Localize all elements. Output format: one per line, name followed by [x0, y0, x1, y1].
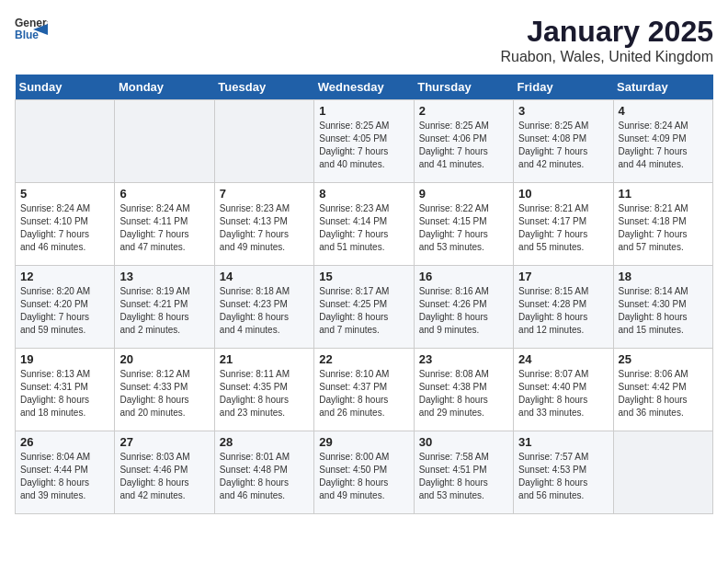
week-row-5: 26Sunrise: 8:04 AM Sunset: 4:44 PM Dayli…: [16, 431, 713, 514]
calendar-cell: 14Sunrise: 8:18 AM Sunset: 4:23 PM Dayli…: [214, 266, 313, 349]
calendar-cell: 27Sunrise: 8:03 AM Sunset: 4:46 PM Dayli…: [115, 431, 214, 514]
day-info: Sunrise: 8:00 AM Sunset: 4:50 PM Dayligh…: [319, 451, 408, 502]
day-number: 23: [419, 352, 508, 366]
calendar-cell: 22Sunrise: 8:10 AM Sunset: 4:37 PM Dayli…: [314, 349, 414, 431]
calendar-cell: [16, 100, 115, 183]
calendar-cell: 19Sunrise: 8:13 AM Sunset: 4:31 PM Dayli…: [16, 349, 115, 431]
day-number: 19: [20, 352, 109, 366]
title-area: January 2025 Ruabon, Wales, United Kingd…: [500, 15, 713, 65]
day-info: Sunrise: 8:25 AM Sunset: 4:05 PM Dayligh…: [319, 120, 408, 171]
day-number: 11: [619, 187, 708, 201]
week-row-2: 5Sunrise: 8:24 AM Sunset: 4:10 PM Daylig…: [16, 183, 713, 266]
header-day-tuesday: Tuesday: [214, 75, 313, 100]
day-info: Sunrise: 8:21 AM Sunset: 4:18 PM Dayligh…: [619, 202, 708, 254]
calendar-cell: 9Sunrise: 8:22 AM Sunset: 4:15 PM Daylig…: [414, 183, 513, 266]
calendar-cell: 25Sunrise: 8:06 AM Sunset: 4:42 PM Dayli…: [613, 349, 712, 431]
day-info: Sunrise: 8:23 AM Sunset: 4:13 PM Dayligh…: [220, 202, 309, 254]
calendar-cell: 4Sunrise: 8:24 AM Sunset: 4:09 PM Daylig…: [613, 100, 712, 183]
week-row-4: 19Sunrise: 8:13 AM Sunset: 4:31 PM Dayli…: [16, 349, 713, 431]
day-number: 21: [220, 352, 309, 366]
day-info: Sunrise: 8:24 AM Sunset: 4:09 PM Dayligh…: [619, 120, 708, 171]
day-info: Sunrise: 8:10 AM Sunset: 4:37 PM Dayligh…: [319, 368, 408, 419]
calendar-subtitle: Ruabon, Wales, United Kingdom: [500, 49, 713, 65]
day-info: Sunrise: 8:04 AM Sunset: 4:44 PM Dayligh…: [20, 451, 109, 502]
day-info: Sunrise: 8:12 AM Sunset: 4:33 PM Dayligh…: [119, 368, 209, 419]
day-info: Sunrise: 8:07 AM Sunset: 4:40 PM Dayligh…: [518, 368, 608, 419]
day-info: Sunrise: 8:23 AM Sunset: 4:14 PM Dayligh…: [319, 202, 408, 254]
day-number: 22: [319, 352, 408, 366]
header-day-friday: Friday: [514, 75, 613, 100]
day-info: Sunrise: 8:18 AM Sunset: 4:23 PM Dayligh…: [220, 285, 309, 337]
calendar-cell: 18Sunrise: 8:14 AM Sunset: 4:30 PM Dayli…: [613, 266, 712, 349]
day-info: Sunrise: 8:13 AM Sunset: 4:31 PM Dayligh…: [20, 368, 109, 419]
day-info: Sunrise: 8:14 AM Sunset: 4:30 PM Dayligh…: [619, 285, 708, 337]
calendar-cell: 28Sunrise: 8:01 AM Sunset: 4:48 PM Dayli…: [214, 431, 313, 514]
day-number: 2: [419, 104, 508, 118]
calendar-cell: 13Sunrise: 8:19 AM Sunset: 4:21 PM Dayli…: [115, 266, 214, 349]
day-info: Sunrise: 7:58 AM Sunset: 4:51 PM Dayligh…: [419, 451, 508, 502]
day-info: Sunrise: 8:24 AM Sunset: 4:11 PM Dayligh…: [119, 202, 209, 254]
day-number: 4: [619, 104, 708, 118]
day-info: Sunrise: 8:21 AM Sunset: 4:17 PM Dayligh…: [518, 202, 608, 254]
day-info: Sunrise: 8:08 AM Sunset: 4:38 PM Dayligh…: [419, 368, 508, 419]
header-day-wednesday: Wednesday: [314, 75, 414, 100]
calendar-cell: [613, 431, 712, 514]
day-info: Sunrise: 8:03 AM Sunset: 4:46 PM Dayligh…: [119, 451, 209, 502]
day-number: 25: [619, 352, 708, 366]
calendar-cell: 10Sunrise: 8:21 AM Sunset: 4:17 PM Dayli…: [514, 183, 613, 266]
day-number: 15: [319, 270, 408, 283]
day-number: 13: [119, 270, 209, 283]
calendar-cell: 12Sunrise: 8:20 AM Sunset: 4:20 PM Dayli…: [16, 266, 115, 349]
calendar-cell: [115, 100, 214, 183]
day-info: Sunrise: 8:24 AM Sunset: 4:10 PM Dayligh…: [20, 202, 109, 254]
header-day-saturday: Saturday: [613, 75, 712, 100]
day-number: 26: [20, 435, 109, 449]
day-number: 27: [119, 435, 209, 449]
logo-svg: General Blue: [15, 15, 48, 42]
calendar-cell: 26Sunrise: 8:04 AM Sunset: 4:44 PM Dayli…: [16, 431, 115, 514]
day-info: Sunrise: 8:11 AM Sunset: 4:35 PM Dayligh…: [220, 368, 309, 419]
week-row-3: 12Sunrise: 8:20 AM Sunset: 4:20 PM Dayli…: [16, 266, 713, 349]
day-number: 31: [518, 435, 608, 449]
day-info: Sunrise: 8:25 AM Sunset: 4:06 PM Dayligh…: [419, 120, 508, 171]
page-header: General Blue January 2025 Ruabon, Wales,…: [15, 15, 713, 65]
day-number: 5: [20, 187, 109, 201]
day-info: Sunrise: 8:06 AM Sunset: 4:42 PM Dayligh…: [619, 368, 708, 419]
calendar-table: SundayMondayTuesdayWednesdayThursdayFrid…: [15, 75, 713, 514]
day-info: Sunrise: 8:20 AM Sunset: 4:20 PM Dayligh…: [20, 285, 109, 337]
svg-text:Blue: Blue: [15, 29, 39, 41]
logo: General Blue: [15, 15, 48, 42]
header-day-monday: Monday: [115, 75, 214, 100]
day-number: 12: [20, 270, 109, 283]
day-number: 14: [220, 270, 309, 283]
day-number: 6: [119, 187, 209, 201]
day-number: 24: [518, 352, 608, 366]
day-number: 10: [518, 187, 608, 201]
calendar-cell: 3Sunrise: 8:25 AM Sunset: 4:08 PM Daylig…: [514, 100, 613, 183]
calendar-title: January 2025: [500, 15, 713, 49]
day-info: Sunrise: 8:19 AM Sunset: 4:21 PM Dayligh…: [119, 285, 209, 337]
calendar-cell: 5Sunrise: 8:24 AM Sunset: 4:10 PM Daylig…: [16, 183, 115, 266]
day-info: Sunrise: 8:25 AM Sunset: 4:08 PM Dayligh…: [518, 120, 608, 171]
calendar-cell: 15Sunrise: 8:17 AM Sunset: 4:25 PM Dayli…: [314, 266, 414, 349]
calendar-cell: 11Sunrise: 8:21 AM Sunset: 4:18 PM Dayli…: [613, 183, 712, 266]
day-info: Sunrise: 8:17 AM Sunset: 4:25 PM Dayligh…: [319, 285, 408, 337]
calendar-cell: 7Sunrise: 8:23 AM Sunset: 4:13 PM Daylig…: [214, 183, 313, 266]
day-number: 17: [518, 270, 608, 283]
calendar-cell: 23Sunrise: 8:08 AM Sunset: 4:38 PM Dayli…: [414, 349, 513, 431]
day-number: 3: [518, 104, 608, 118]
day-number: 20: [119, 352, 209, 366]
day-number: 9: [419, 187, 508, 201]
day-number: 18: [619, 270, 708, 283]
day-number: 1: [319, 104, 408, 118]
calendar-cell: 30Sunrise: 7:58 AM Sunset: 4:51 PM Dayli…: [414, 431, 513, 514]
calendar-cell: 17Sunrise: 8:15 AM Sunset: 4:28 PM Dayli…: [514, 266, 613, 349]
calendar-cell: 8Sunrise: 8:23 AM Sunset: 4:14 PM Daylig…: [314, 183, 414, 266]
week-row-1: 1Sunrise: 8:25 AM Sunset: 4:05 PM Daylig…: [16, 100, 713, 183]
day-number: 16: [419, 270, 508, 283]
header-day-sunday: Sunday: [16, 75, 115, 100]
calendar-cell: 6Sunrise: 8:24 AM Sunset: 4:11 PM Daylig…: [115, 183, 214, 266]
calendar-cell: 1Sunrise: 8:25 AM Sunset: 4:05 PM Daylig…: [314, 100, 414, 183]
calendar-cell: 31Sunrise: 7:57 AM Sunset: 4:53 PM Dayli…: [514, 431, 613, 514]
calendar-cell: [214, 100, 313, 183]
